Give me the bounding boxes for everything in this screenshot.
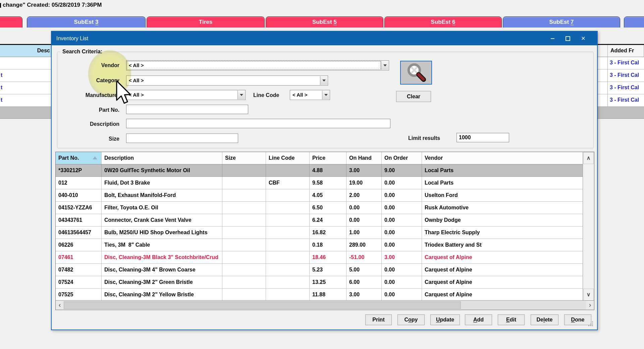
column-header-on-order[interactable]: On Order [382,152,422,164]
cell-price: 11.88 [310,289,346,301]
tab-subest-6[interactable]: SubEst 6 [384,16,502,28]
scroll-up-icon[interactable]: ∧ [583,152,594,164]
cell-vendor: Ownby Dodge [422,214,583,227]
column-header-part-no[interactable]: Part No. [56,152,102,164]
tab-subest-5[interactable]: SubEst 5 [266,16,383,28]
bg-table-row[interactable]: 3 - First Cal [608,69,644,82]
table-header: Part No.DescriptionSizeLine CodePriceOn … [56,152,583,164]
dropdown-arrow-icon[interactable] [237,91,245,99]
sort-ascending-icon [93,156,97,159]
cell-price: 6.24 [310,214,346,227]
limit-results-input[interactable] [457,133,509,142]
bg-table-row[interactable]: 3 - First Cal [608,82,644,94]
bg-table-row[interactable]: t [0,94,51,107]
bg-column-header-description[interactable]: Desc [0,45,51,57]
cell-on-order: 0.00 [382,289,422,301]
column-header-line-code[interactable]: Line Code [266,152,310,164]
column-header-vendor[interactable]: Vendor [422,152,583,164]
cell-price: 18.46 [310,251,346,264]
table-row[interactable]: 04613564457Bulb, M250/U HID Shop Overhea… [56,227,583,239]
search-button[interactable] [400,61,432,85]
scrollbar-track[interactable] [461,301,586,310]
table-row[interactable]: 04152-YZZA6Filter, Toyota O.E. Oil6.500.… [56,202,583,214]
maximize-button[interactable] [560,32,576,45]
cell-size [222,251,266,264]
table-row[interactable]: 012Fluid, Dot 3 BrakeCBF9.5819.000.00Loc… [56,177,583,189]
size-input[interactable] [126,134,238,143]
dropdown-arrow-icon[interactable] [322,91,329,99]
add-button[interactable]: Add [465,314,492,325]
bg-column-header-added-from[interactable]: Added Fr [608,45,644,57]
cell-line-code: CBF [266,177,310,189]
cell-on-order: 0.00 [382,227,422,239]
cell-price: 6.50 [310,202,346,214]
column-header-on-hand[interactable]: On Hand [346,152,382,164]
resize-grip[interactable] [588,321,593,326]
dialog-titlebar[interactable]: Inventory List ✕ [52,32,597,45]
minimize-icon [551,38,554,39]
description-input[interactable] [126,119,390,128]
cell-price: 4.05 [310,189,346,202]
tab-subest-7[interactable]: SubEst 7 [503,16,620,28]
bg-grid-added-from-column: Added Fr 3 - First Cal3 - First Cal3 - F… [608,45,644,107]
table-row[interactable]: 07524Disc, Cleaning-3M 2" Green Bristle1… [56,276,583,289]
minimize-button[interactable] [545,32,560,45]
horizontal-scrollbar[interactable]: ‹ › [56,300,594,310]
copy-button[interactable]: Copy [397,314,425,325]
table-row[interactable]: 07482Disc, Cleaning-3M 4" Brown Coarse5.… [56,264,583,276]
scroll-down-icon[interactable]: ∨ [583,289,594,301]
delete-button[interactable]: Delete [531,314,558,325]
edit-button[interactable]: Edit [498,314,525,325]
cell-price: 9.58 [310,177,346,189]
bg-table-row[interactable]: 3 - First Cal [608,94,644,107]
cell-on-order: 3.00 [382,251,422,264]
column-header-description[interactable]: Description [102,152,222,164]
bg-table-row[interactable] [0,57,51,69]
tab-partial[interactable] [0,16,22,28]
line-code-select[interactable]: < All > [290,90,330,100]
window-caption-text: change" Created: 05/28/2019 7:36PM [3,2,102,8]
print-button[interactable]: Print [365,314,392,325]
tab-subest-3[interactable]: SubEst 3 [27,16,146,28]
bg-table-row[interactable]: 3 - First Cal [608,57,644,69]
table-row[interactable]: 04343761Connector, Crank Case Vent Valve… [56,214,583,227]
dropdown-arrow-icon[interactable] [320,76,327,85]
scroll-left-icon[interactable]: ‹ [56,301,64,310]
bg-table-row[interactable]: t [0,69,51,82]
tab-partial[interactable] [624,16,644,28]
table-row[interactable]: 06226Ties, 3M 8" Cable0.18289.000.00Trio… [56,239,583,251]
vertical-scrollbar[interactable]: ∧ ∨ [583,152,594,301]
part-no-label: Part No. [62,107,119,113]
table-row[interactable]: 07461Disc, Cleaning-3M Black 3" Scotchbr… [56,251,583,264]
category-select[interactable]: < All > [126,76,328,86]
bg-grid-empty-row [598,107,644,119]
close-button[interactable]: ✕ [576,32,591,45]
table-row[interactable]: 07525Disc, Cleaning-3M 2" Yellow Bristle… [56,289,583,301]
cell-size [222,239,266,251]
table-row[interactable]: *330212P0W20 GulfTec Synthetic Motor Oil… [56,164,583,177]
part-no-input[interactable] [126,105,248,114]
cell-description: Connector, Crank Case Vent Valve [102,214,222,227]
cell-line-code [266,202,310,214]
bg-table-cell [598,94,608,107]
scrollbar-thumb[interactable] [64,301,461,309]
cell-vendor: Carquest of Alpine [422,251,583,264]
bg-table-row[interactable]: t [0,82,51,94]
cell-vendor: Triodex Battery and St [422,239,583,251]
update-button[interactable]: Update [430,314,460,325]
bg-grid-empty-row [0,107,51,119]
cell-part-no: 07461 [56,251,102,264]
cell-price: 4.88 [310,164,346,177]
done-button[interactable]: Done [564,314,591,325]
column-header-price[interactable]: Price [310,152,346,164]
tab-tires[interactable]: Tires [147,16,265,28]
scroll-right-icon[interactable]: › [586,301,594,310]
cell-vendor: Carquest of Alpine [422,264,583,276]
manufacturer-select[interactable]: < All > [126,90,246,100]
dropdown-arrow-icon[interactable] [381,61,388,70]
table-row[interactable]: 040-010Bolt, Exhaust Manifold-Ford4.052.… [56,189,583,202]
column-header-size[interactable]: Size [222,152,266,164]
clipped-glyph [0,3,1,8]
clear-button[interactable]: Clear [396,91,431,102]
vendor-select[interactable]: < All > [126,60,389,70]
